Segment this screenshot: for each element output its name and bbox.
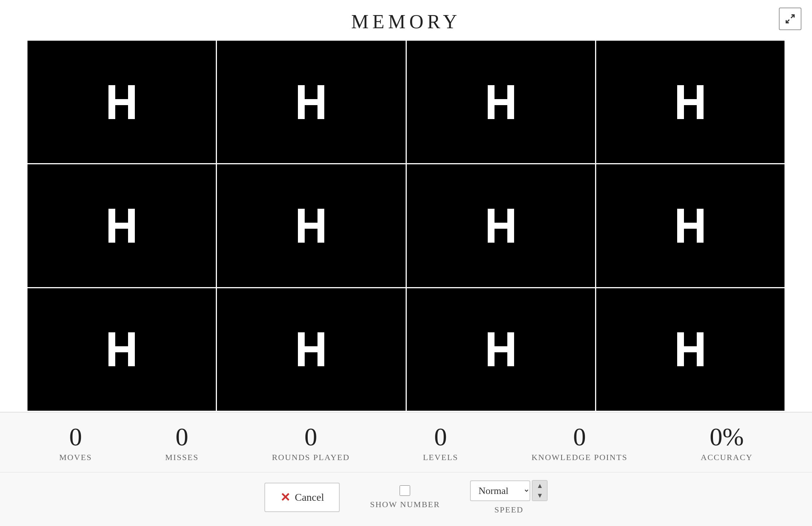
card-symbol	[677, 332, 704, 366]
misses-label: Misses	[165, 453, 199, 462]
stat-rounds-played: 0 Rounds Played	[272, 424, 350, 462]
controls-bar: ✕ Cancel Show Number Slow Normal Fast ▲ …	[0, 472, 812, 526]
grid-cell-2-3[interactable]	[596, 288, 786, 412]
card-symbol	[488, 85, 514, 119]
app-container: MEMORY	[0, 0, 812, 526]
show-number-checkbox[interactable]	[400, 485, 410, 496]
speed-select-wrapper: Slow Normal Fast ▲ ▼	[470, 480, 548, 501]
stat-misses: 0 Misses	[165, 424, 199, 462]
cancel-x-icon: ✕	[280, 490, 290, 505]
card-symbol	[108, 209, 135, 243]
grid-cell-0-1[interactable]	[217, 41, 406, 164]
cancel-label: Cancel	[295, 491, 324, 503]
grid-cell-0-2[interactable]	[407, 41, 596, 164]
grid-cell-1-2[interactable]	[407, 164, 596, 288]
stat-moves: 0 Moves	[59, 424, 92, 462]
speed-label: Speed	[495, 505, 524, 515]
moves-label: Moves	[59, 453, 92, 462]
page-title: MEMORY	[0, 11, 812, 33]
stat-accuracy: 0% Accuracy	[701, 424, 753, 462]
stats-bar: 0 Moves 0 Misses 0 Rounds Played 0 Level…	[0, 412, 812, 472]
rounds-label: Rounds Played	[272, 453, 350, 462]
knowledge-value: 0	[573, 424, 586, 450]
game-grid	[26, 40, 786, 412]
cancel-button[interactable]: ✕ Cancel	[264, 483, 340, 512]
speed-group: Slow Normal Fast ▲ ▼ Speed	[470, 480, 548, 515]
knowledge-label: Knowledge Points	[531, 453, 627, 462]
accuracy-value: 0%	[710, 424, 744, 450]
show-number-label: Show Number	[370, 500, 440, 509]
moves-value: 0	[69, 424, 82, 450]
levels-label: Levels	[423, 453, 458, 462]
card-symbol	[298, 209, 324, 243]
grid-cell-2-2[interactable]	[407, 288, 596, 412]
header: MEMORY	[0, 0, 812, 40]
stat-levels: 0 Levels	[423, 424, 458, 462]
card-symbol	[677, 85, 704, 119]
speed-up-button[interactable]: ▲	[533, 481, 547, 491]
card-symbol	[298, 85, 324, 119]
card-symbol	[108, 85, 135, 119]
card-symbol	[488, 209, 514, 243]
grid-cell-1-3[interactable]	[596, 164, 786, 288]
speed-down-button[interactable]: ▼	[533, 491, 547, 500]
speed-spinner: ▲ ▼	[532, 480, 548, 501]
grid-cell-0-3[interactable]	[596, 41, 786, 164]
show-number-checkbox-wrapper[interactable]	[400, 485, 410, 496]
show-number-group: Show Number	[370, 485, 440, 509]
grid-cell-2-1[interactable]	[217, 288, 406, 412]
stat-knowledge-points: 0 Knowledge Points	[531, 424, 627, 462]
fullscreen-button[interactable]	[779, 8, 801, 30]
levels-value: 0	[434, 424, 447, 450]
grid-cell-0-0[interactable]	[27, 41, 217, 164]
grid-cell-2-0[interactable]	[27, 288, 217, 412]
speed-select[interactable]: Slow Normal Fast	[470, 480, 530, 501]
card-symbol	[298, 332, 324, 366]
grid-cell-1-0[interactable]	[27, 164, 217, 288]
accuracy-label: Accuracy	[701, 453, 753, 462]
misses-value: 0	[176, 424, 188, 450]
grid-cell-1-1[interactable]	[217, 164, 406, 288]
card-symbol	[677, 209, 704, 243]
card-symbol	[488, 332, 514, 366]
rounds-value: 0	[304, 424, 317, 450]
card-symbol	[108, 332, 135, 366]
